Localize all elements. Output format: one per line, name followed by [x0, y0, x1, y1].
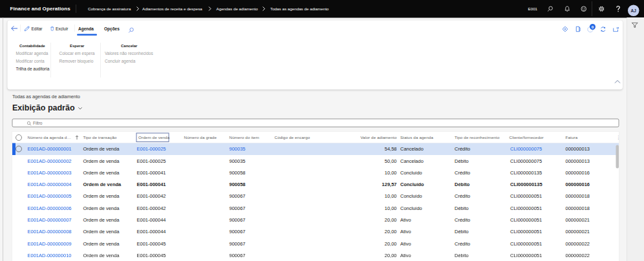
- svg-text:0: 0: [592, 25, 594, 29]
